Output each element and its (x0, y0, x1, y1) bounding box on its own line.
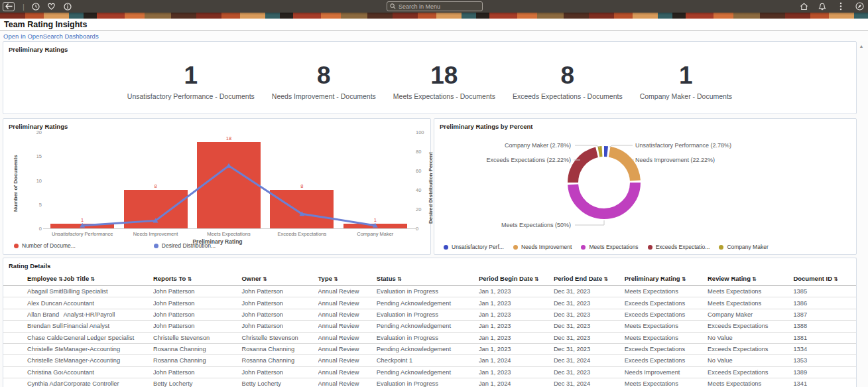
legend-dot (513, 245, 518, 250)
notifications-bell-icon[interactable] (818, 2, 827, 11)
y2-axis-title: Desired Distribution Percent (428, 152, 434, 224)
bar-company-maker[interactable] (343, 224, 407, 228)
column-header-employee[interactable]: Employee⇅ (3, 271, 63, 286)
legend-label: Desired Distribution... (162, 242, 216, 249)
donut-callout-label: Meets Expectations (50%) (501, 222, 571, 228)
metric-4[interactable]: 8Exceeds Expectations - Documents (513, 62, 623, 100)
y-axis-tick: 0 (27, 226, 42, 232)
bar-value-label: 8 (143, 183, 169, 189)
favorites-heart-icon[interactable] (47, 2, 56, 11)
column-header-job-title[interactable]: Job Title⇅ (63, 271, 153, 286)
menu-search-box[interactable] (387, 1, 483, 11)
table-cell: Annual Review (318, 321, 377, 332)
actions-menu-kebab-icon[interactable] (836, 2, 845, 11)
table-row[interactable]: Christelle StevensonManager-AccountingRo… (3, 355, 856, 366)
donut-callout-label: Company Maker (2.78%) (505, 142, 571, 149)
table-cell: Meets Expectations (625, 378, 708, 387)
page-title-bar: Team Rating Insights (0, 19, 868, 31)
legend-label: Needs Improvement (521, 244, 572, 250)
bar-exceeds-expectations[interactable] (270, 190, 334, 228)
sort-icon: ⇅ (263, 276, 267, 282)
table-cell: Jan 1, 2024 (479, 355, 554, 366)
metric-label: Meets Expectations - Documents (393, 92, 495, 100)
table-row[interactable]: Alex DuncanAccountantJohn PattersonJohn … (3, 297, 856, 309)
column-header-review-rating[interactable]: Review Rating⇅ (708, 271, 793, 286)
legend-item[interactable]: Desired Distribution... (154, 242, 216, 249)
column-header-document-id[interactable]: Document ID⇅ (793, 271, 856, 286)
y-axis-tick: 20 (27, 129, 42, 135)
table-cell: Billing Specialist (63, 286, 153, 297)
donut-chart[interactable] (434, 119, 857, 256)
table-cell: Meets Expectations (708, 286, 793, 297)
column-header-owner[interactable]: Owner⇅ (241, 271, 318, 286)
table-cell: Annual Review (318, 343, 377, 354)
table-cell: Annual Review (318, 297, 377, 309)
x-category-label: Meets Expectations (192, 231, 265, 237)
x-category-label: Needs Improvement (119, 231, 192, 237)
bar-line-combo-chart[interactable]: 051015200204060801001Unsatisfactory Perf… (3, 119, 432, 256)
table-cell: 1389 (793, 366, 856, 378)
preliminary-ratings-chart-card: Preliminary Ratings 05101520020406080100… (3, 118, 431, 255)
recently-visited-icon[interactable] (31, 2, 40, 11)
table-cell: 1334 (793, 343, 856, 354)
table-card-title: Rating Details (3, 258, 856, 270)
table-cell: Pending Acknowledgement (377, 321, 479, 332)
table-cell: Dec 31, 2023 (554, 366, 625, 378)
column-header-status[interactable]: Status⇅ (377, 271, 479, 286)
sort-icon: ⇅ (534, 276, 539, 282)
metric-3[interactable]: 18Meets Expectations - Documents (393, 62, 495, 100)
column-header-reports-to[interactable]: Reports To⇅ (153, 271, 242, 286)
table-cell: Christelle Stevenson (3, 355, 63, 366)
table-row[interactable]: Abagail SmithBilling SpecialistJohn Patt… (3, 286, 856, 297)
column-header-period-end-date[interactable]: Period End Date⇅ (554, 271, 625, 286)
table-cell: Exceeds Expectations (708, 343, 793, 354)
table-cell: Jan 1, 2023 (479, 297, 554, 309)
metric-2[interactable]: 8Needs Improvement - Documents (272, 62, 376, 100)
metric-5[interactable]: 1Company Maker - Documents (640, 62, 732, 100)
legend-item[interactable]: Unsatisfactory Perf... (444, 244, 504, 250)
legend-item[interactable]: Meets Expectations (581, 244, 638, 250)
search-icon (390, 3, 396, 9)
rating-details-table: Employee⇅Job Title⇅Reports To⇅Owner⇅Type… (3, 271, 856, 387)
table-row[interactable]: Allan BrandAnalyst-HR/PayrollJohn Patter… (3, 309, 856, 320)
scrollbar-up-arrow[interactable]: ▲ (858, 44, 865, 49)
y-axis-title: Number of Documents (13, 155, 19, 212)
info-icon[interactable] (63, 2, 72, 11)
table-row[interactable]: Christelle StevensonManager-AccountingRo… (3, 343, 856, 354)
preliminary-ratings-percent-card: Preliminary Ratings by Percent Company M… (434, 118, 857, 255)
navbar-compass-icon[interactable] (855, 2, 864, 11)
metric-1[interactable]: 1Unsatisfactory Performance - Documents (127, 62, 255, 100)
legend-item[interactable]: Company Maker (719, 244, 768, 250)
column-header-preliminary-rating[interactable]: Preliminary Rating⇅ (625, 271, 708, 286)
table-cell: Allan Brand (3, 309, 63, 320)
table-cell: 1381 (793, 332, 856, 343)
table-cell: Analyst-HR/Payroll (63, 309, 153, 320)
bar-needs-improvement[interactable] (124, 190, 188, 228)
home-icon[interactable] (799, 2, 808, 11)
sort-icon: ⇅ (58, 276, 63, 282)
table-row[interactable]: Cynthia AdamsCorporate ControllerBetty L… (3, 378, 856, 387)
table-cell: No Value (708, 332, 793, 343)
table-cell: Betty Locherty (241, 378, 318, 387)
metric-label: Unsatisfactory Performance - Documents (127, 92, 255, 100)
legend-dot (648, 245, 652, 250)
open-in-opensearch-link[interactable]: Open In OpenSearch Dashboards (3, 33, 99, 40)
table-row[interactable]: Chase CalderGeneral Ledger SpecialistChr… (3, 332, 856, 343)
column-header-type[interactable]: Type⇅ (318, 271, 377, 286)
y-axis-tick: 10 (27, 178, 42, 184)
table-row[interactable]: Brendan SullivanFinancial AnalystJohn Pa… (3, 321, 856, 332)
donut-callout-label: Needs Improvement (22.22%) (635, 157, 715, 163)
table-cell: Christelle Stevenson (3, 343, 63, 354)
legend-item[interactable]: Number of Docume... (14, 242, 76, 249)
table-row[interactable]: Christina GoodwillAccountantJohn Patters… (3, 366, 856, 378)
bar-meets-expectations[interactable] (197, 142, 261, 229)
table-cell: Needs Improvement (625, 366, 708, 378)
bar-unsatisfactory-performance[interactable] (50, 224, 114, 228)
column-header-period-begin-date[interactable]: Period Begin Date⇅ (479, 271, 554, 286)
table-cell: Annual Review (318, 366, 377, 378)
search-input[interactable] (399, 3, 471, 10)
sort-icon: ⇅ (334, 276, 338, 282)
legend-item[interactable]: Needs Improvement (513, 244, 572, 250)
back-button[interactable] (3, 2, 15, 11)
legend-item[interactable]: Exceeds Expectatio... (648, 244, 710, 250)
